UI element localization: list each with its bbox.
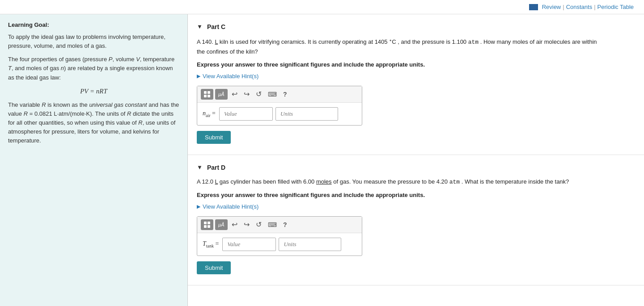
part-d-express: Express your answer to three significant… (197, 192, 631, 198)
part-c-label: nair = (203, 110, 216, 118)
part-c-value-input[interactable] (219, 107, 273, 121)
svg-rect-8 (204, 222, 207, 224)
sidebar-para2: The variable R is known as the universal… (8, 101, 179, 146)
part-d-units-input[interactable] (279, 238, 341, 251)
hint-d-arrow: ▶ (197, 204, 200, 210)
sep1: | (563, 4, 564, 10)
part-c-section: ▼ Part C A 140. L kiln is used for vitri… (188, 14, 644, 155)
content-area: ▼ Part C A 140. L kiln is used for vitri… (188, 14, 644, 306)
top-bar: Review | Constants | Periodic Table (0, 0, 644, 14)
review-link[interactable]: Review (542, 4, 561, 10)
part-d-answer-box: μÅ ↩ ↪ ↺ ⌨ ? Ttank = (197, 216, 362, 256)
part-c-units-input[interactable] (275, 107, 338, 121)
part-c-title: Part C (207, 23, 225, 30)
sidebar: Learning Goal: To apply the ideal gas la… (0, 14, 188, 306)
part-d-fields: Ttank = (197, 233, 362, 256)
part-c-header: ▼ Part C (197, 23, 631, 30)
svg-rect-1 (534, 4, 538, 7)
svg-rect-2 (529, 8, 533, 10)
svg-rect-4 (204, 91, 207, 94)
svg-rect-10 (204, 225, 207, 228)
grid-button-c[interactable] (201, 89, 213, 100)
part-c-fields: nair = (197, 103, 362, 125)
reset-button-c[interactable]: ↺ (254, 89, 264, 99)
svg-rect-7 (208, 95, 210, 97)
part-d-value-input[interactable] (222, 238, 276, 251)
redo-button-d[interactable]: ↪ (242, 220, 252, 230)
review-icon (529, 4, 538, 10)
part-c-problem: A 140. L kiln is used for vitrifying cer… (197, 37, 599, 57)
greek-button-c[interactable]: μÅ (215, 89, 228, 100)
undo-button-c[interactable]: ↩ (229, 89, 240, 99)
help-button-d[interactable]: ? (281, 220, 289, 229)
keyboard-button-d[interactable]: ⌨ (266, 220, 279, 229)
part-c-submit[interactable]: Submit (197, 131, 231, 144)
sep2: | (594, 4, 595, 10)
part-c-express: Express your answer to three significant… (197, 61, 631, 68)
part-d-problem: A 12.0 L gas cylinder has been filled wi… (197, 177, 599, 187)
part-d-hint[interactable]: ▶ View Available Hint(s) (197, 203, 258, 210)
part-d-title: Part D (207, 164, 225, 171)
part-d-toolbar: μÅ ↩ ↪ ↺ ⌨ ? (197, 217, 362, 233)
reset-button-d[interactable]: ↺ (254, 220, 264, 230)
svg-rect-9 (208, 222, 210, 224)
part-c-toolbar: μÅ ↩ ↪ ↺ ⌨ ? (197, 86, 362, 103)
svg-rect-5 (208, 91, 210, 94)
part-c-hint[interactable]: ▶ View Available Hint(s) (197, 73, 258, 80)
grid-button-d[interactable] (201, 219, 213, 230)
svg-rect-0 (529, 4, 533, 7)
part-c-answer-box: μÅ ↩ ↪ ↺ ⌨ ? nair = (197, 86, 362, 126)
svg-rect-3 (534, 8, 538, 10)
part-d-label: Ttank = (203, 240, 219, 248)
undo-button-d[interactable]: ↩ (229, 220, 240, 230)
main-layout: Learning Goal: To apply the ideal gas la… (0, 14, 644, 306)
keyboard-button-c[interactable]: ⌨ (266, 90, 279, 99)
hint-d-label: View Available Hint(s) (203, 203, 258, 210)
part-d-collapse[interactable]: ▼ (197, 164, 203, 171)
periodic-table-link[interactable]: Periodic Table (597, 4, 634, 10)
svg-rect-6 (204, 95, 207, 97)
part-d-header: ▼ Part D (197, 164, 631, 171)
learning-goal-text: To apply the ideal gas law to problems i… (8, 33, 179, 50)
sidebar-para1: The four properties of gases (pressure P… (8, 55, 179, 82)
part-d-section: ▼ Part D A 12.0 L gas cylinder has been … (188, 155, 644, 285)
part-d-submit[interactable]: Submit (197, 261, 231, 274)
part-d-submit-row: Submit (197, 256, 631, 274)
svg-rect-11 (208, 225, 210, 228)
part-c-submit-row: Submit (197, 126, 631, 144)
greek-button-d[interactable]: μÅ (215, 219, 228, 230)
hint-c-arrow: ▶ (197, 73, 200, 79)
part-c-collapse[interactable]: ▼ (197, 23, 203, 30)
equation-display: PV = nRT (8, 88, 179, 95)
redo-button-c[interactable]: ↪ (242, 89, 252, 99)
learning-goal-heading: Learning Goal: (8, 21, 179, 28)
hint-c-label: View Available Hint(s) (203, 73, 258, 80)
constants-link[interactable]: Constants (566, 4, 593, 10)
help-button-c[interactable]: ? (281, 90, 289, 99)
